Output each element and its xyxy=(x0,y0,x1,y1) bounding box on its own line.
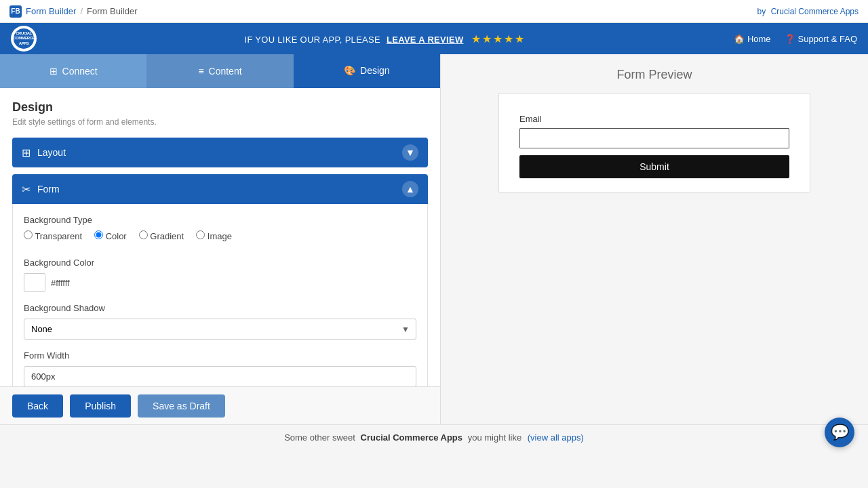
form-preview-box: Email Submit xyxy=(498,93,810,192)
section-title: Design xyxy=(12,100,428,115)
chat-icon: 💬 xyxy=(831,424,849,441)
radio-gradient-input[interactable] xyxy=(139,230,148,239)
back-button[interactable]: Back xyxy=(12,394,63,418)
header-promo: IF YOU LIKE OUR APP, PLEASE LEAVE A REVI… xyxy=(244,33,526,45)
footer-text: Some other sweet Crucial Commerce Apps y… xyxy=(284,432,584,443)
star-rating: ★★★★★ xyxy=(471,33,526,45)
form-accordion-header[interactable]: ✂ Form ▲ xyxy=(12,174,428,204)
preview-email-input[interactable] xyxy=(519,128,789,148)
left-panel: ⊞ Connect ≡ Content 🎨 Design Design Edit… xyxy=(0,54,441,424)
footer: Some other sweet Crucial Commerce Apps y… xyxy=(0,424,868,450)
form-chevron-icon: ▲ xyxy=(406,184,415,195)
home-icon: 🏠 xyxy=(734,34,745,44)
right-panel: Form Preview Email Submit xyxy=(441,54,868,424)
chat-bubble[interactable]: 💬 xyxy=(825,418,854,447)
radio-transparent-label: Transparent xyxy=(35,231,82,241)
background-color-label: Background Color xyxy=(24,258,416,268)
background-color-group: Background Color #ffffff xyxy=(24,258,416,292)
layout-accordion-header[interactable]: ⊞ Layout ▼ xyxy=(12,138,428,167)
layout-accordion: ⊞ Layout ▼ xyxy=(12,138,428,167)
connect-tab-label: Connect xyxy=(62,66,98,77)
form-chevron[interactable]: ▲ xyxy=(402,181,418,197)
shadow-select-wrap: None Small Medium Large ▼ xyxy=(24,319,416,340)
radio-transparent-input[interactable] xyxy=(24,230,33,239)
footer-brand: Crucial Commerce Apps xyxy=(361,432,463,443)
breadcrumb-item-1[interactable]: Form Builder xyxy=(26,6,76,16)
form-width-group: Form Width Please Provide width either i… xyxy=(24,350,416,386)
form-icon: ✂ xyxy=(22,183,31,196)
panel-scroll: Design Edit style settings of form and e… xyxy=(0,88,440,386)
color-row: #ffffff xyxy=(24,273,416,292)
radio-image-input[interactable] xyxy=(196,230,205,239)
tab-content[interactable]: ≡ Content xyxy=(146,54,293,88)
company-name: Crucial Commerce Apps xyxy=(771,7,859,16)
layout-chevron-icon: ▼ xyxy=(406,147,415,158)
breadcrumb-separator: / xyxy=(80,6,83,16)
leave-review-link[interactable]: LEAVE A REVIEW xyxy=(387,35,464,45)
color-swatch[interactable] xyxy=(24,273,45,292)
save-draft-button[interactable]: Save as Draft xyxy=(138,394,225,418)
background-type-radios: Transparent Color Gradient xyxy=(24,230,416,247)
form-header-left: ✂ Form xyxy=(22,183,60,196)
form-width-input[interactable] xyxy=(24,366,416,386)
tab-connect[interactable]: ⊞ Connect xyxy=(0,54,146,88)
header-banner: CRUCIALCOMMERCEAPPS IF YOU LIKE OUR APP,… xyxy=(0,23,868,54)
radio-color-input[interactable] xyxy=(94,230,103,239)
radio-color-label: Color xyxy=(106,231,127,241)
promo-text: IF YOU LIKE OUR APP, PLEASE xyxy=(244,35,380,45)
radio-gradient[interactable]: Gradient xyxy=(139,230,184,241)
breadcrumb-item-2: Form Builder xyxy=(87,6,137,16)
background-shadow-label: Background Shadow xyxy=(24,303,416,313)
support-link[interactable]: ❓ Support & FAQ xyxy=(785,34,857,44)
header-nav: 🏠 Home ❓ Support & FAQ xyxy=(734,34,857,44)
background-shadow-group: Background Shadow None Small Medium Larg… xyxy=(24,303,416,340)
form-accordion-body: Background Type Transparent Color xyxy=(12,204,428,386)
layout-chevron[interactable]: ▼ xyxy=(402,144,418,161)
tab-design[interactable]: 🎨 Design xyxy=(294,54,440,88)
section-subtitle: Edit style settings of form and elements… xyxy=(12,117,428,127)
content-tab-icon: ≡ xyxy=(198,66,203,77)
form-width-label: Form Width xyxy=(24,350,416,361)
shadow-select[interactable]: None Small Medium Large xyxy=(24,319,416,340)
support-icon: ❓ xyxy=(785,34,795,44)
background-type-label: Background Type xyxy=(24,215,416,225)
header-logo: CRUCIALCOMMERCEAPPS xyxy=(11,26,37,52)
radio-image[interactable]: Image xyxy=(196,230,232,241)
design-tab-icon: 🎨 xyxy=(344,65,355,76)
logo-inner: CRUCIALCOMMERCEAPPS xyxy=(14,28,34,49)
form-label: Form xyxy=(37,184,60,195)
action-bar: Back Publish Save as Draft xyxy=(0,386,440,424)
view-all-apps-link[interactable]: (view all apps) xyxy=(528,432,584,443)
logo-text: FB xyxy=(11,7,20,15)
top-bar-company: by Crucial Commerce Apps xyxy=(757,7,859,16)
radio-image-label: Image xyxy=(208,231,232,241)
content-tab-label: Content xyxy=(209,66,242,77)
layout-header-left: ⊞ Layout xyxy=(22,146,66,159)
tabs: ⊞ Connect ≡ Content 🎨 Design xyxy=(0,54,440,88)
preview-title: Form Preview xyxy=(616,68,692,82)
layout-label: Layout xyxy=(37,147,66,158)
background-type-group: Background Type Transparent Color xyxy=(24,215,416,247)
breadcrumb: FB Form Builder / Form Builder xyxy=(9,5,137,18)
top-bar: FB Form Builder / Form Builder by Crucia… xyxy=(0,0,868,23)
publish-button[interactable]: Publish xyxy=(70,394,131,418)
logo-box: CRUCIALCOMMERCEAPPS xyxy=(11,26,37,52)
main-layout: ⊞ Connect ≡ Content 🎨 Design Design Edit… xyxy=(0,54,868,424)
app-logo: FB xyxy=(9,5,22,18)
radio-gradient-label: Gradient xyxy=(150,231,184,241)
radio-transparent[interactable]: Transparent xyxy=(24,230,82,241)
connect-tab-icon: ⊞ xyxy=(50,66,58,77)
layout-icon: ⊞ xyxy=(22,146,31,159)
preview-email-label: Email xyxy=(519,114,789,124)
home-link[interactable]: 🏠 Home xyxy=(734,34,771,44)
design-tab-label: Design xyxy=(360,65,390,76)
form-accordion: ✂ Form ▲ Background Type Tran xyxy=(12,174,428,386)
color-value: #ffffff xyxy=(51,278,70,288)
radio-color[interactable]: Color xyxy=(94,230,127,241)
preview-submit-button[interactable]: Submit xyxy=(519,155,789,178)
